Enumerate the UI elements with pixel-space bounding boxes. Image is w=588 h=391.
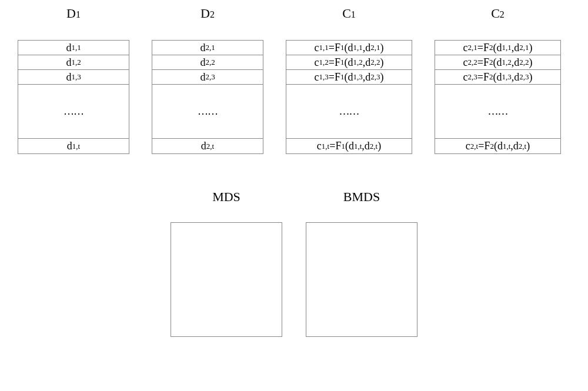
mds-box — [171, 222, 282, 337]
cell-c1-3: c1,3=F1(d1,3,d2,3) — [286, 70, 412, 85]
header-d2: D2 — [201, 6, 215, 24]
cell-c2-t: c2,t=F2(d1,t,d2,t) — [435, 139, 560, 153]
table-c2: c2,1=F2(d1,1,d2,1) c2,2=F2(d1,2,d2,2) c2… — [435, 40, 561, 154]
top-row: D1 d1,1 d1,2 d1,3 …… d1,t D2 d2,1 d2,2 d… — [0, 0, 588, 154]
cell-d1-t: d1,t — [18, 139, 129, 153]
cell-d2-1: d2,1 — [152, 41, 263, 55]
header-main: C — [491, 6, 500, 21]
cell-c2-1: c2,1=F2(d1,1,d2,1) — [435, 41, 560, 55]
bmds-label: BMDS — [343, 189, 380, 205]
cell-c2-3: c2,3=F2(d1,3,d2,3) — [435, 70, 560, 85]
table-d1: d1,1 d1,2 d1,3 …… d1,t — [18, 40, 129, 154]
bmds-box — [306, 222, 417, 337]
header-main: D — [201, 6, 210, 21]
cell-c1-2: c1,2=F1(d1,2,d2,2) — [286, 55, 412, 70]
cell-d1-ellipsis: …… — [18, 85, 129, 139]
cell-c2-ellipsis: …… — [435, 85, 560, 139]
cell-d2-3: d2,3 — [152, 70, 263, 85]
cell-d1-2: d1,2 — [18, 55, 129, 70]
column-d2: D2 d2,1 d2,2 d2,3 …… d2,t — [152, 6, 263, 154]
header-d1: D1 — [66, 6, 81, 24]
header-c1: C1 — [342, 6, 356, 24]
column-d1: D1 d1,1 d1,2 d1,3 …… d1,t — [18, 6, 129, 154]
mds-group: MDS — [171, 189, 282, 337]
table-d2: d2,1 d2,2 d2,3 …… d2,t — [152, 40, 263, 154]
bottom-row: MDS BMDS — [0, 154, 588, 337]
cell-c1-1: c1,1=F1(d1,1,d2,1) — [286, 41, 412, 55]
mds-label: MDS — [212, 189, 240, 205]
cell-c1-t: c1,t=F1(d1,t,d2,t) — [286, 139, 412, 153]
cell-c2-2: c2,2=F2(d1,2,d2,2) — [435, 55, 560, 70]
cell-d2-2: d2,2 — [152, 55, 263, 70]
cell-c1-ellipsis: …… — [286, 85, 412, 139]
header-main: C — [342, 6, 351, 21]
column-c2: C2 c2,1=F2(d1,1,d2,1) c2,2=F2(d1,2,d2,2)… — [435, 6, 561, 154]
header-c2: C2 — [491, 6, 505, 24]
cell-d1-1: d1,1 — [18, 41, 129, 55]
column-c1: C1 c1,1=F1(d1,1,d2,1) c1,2=F1(d1,2,d2,2)… — [286, 6, 412, 154]
table-c1: c1,1=F1(d1,1,d2,1) c1,2=F1(d1,2,d2,2) c1… — [286, 40, 412, 154]
header-main: D — [66, 6, 76, 21]
cell-d2-ellipsis: …… — [152, 85, 263, 139]
bmds-group: BMDS — [306, 189, 417, 337]
cell-d2-t: d2,t — [152, 139, 263, 153]
cell-d1-3: d1,3 — [18, 70, 129, 85]
